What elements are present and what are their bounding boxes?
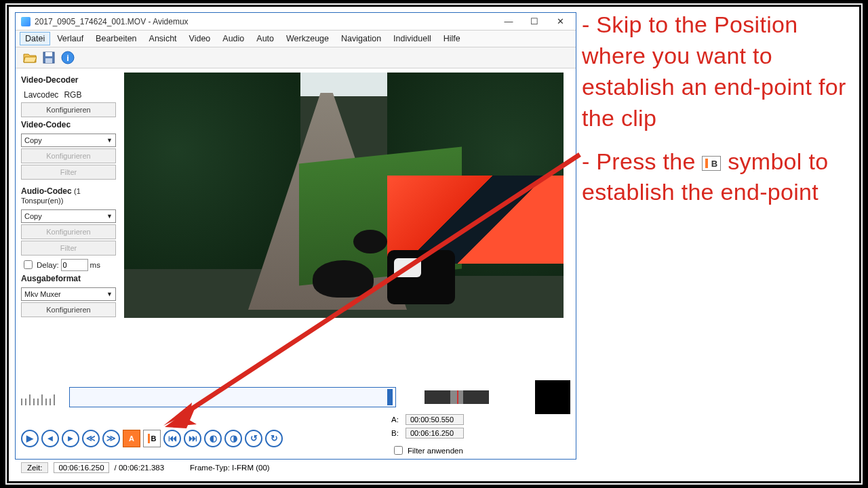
app-icon — [21, 17, 31, 26]
audio-filter-button[interactable]: Filter — [21, 241, 116, 256]
video-preview — [124, 68, 576, 426]
menu-werkzeuge[interactable]: Werkzeuge — [281, 32, 334, 45]
marker-a-time: 00:00:50.550 — [406, 414, 464, 425]
sidebar: Video-Decoder Lavcodec RGB Konfigurieren… — [16, 68, 124, 426]
delay-label: Delay: — [37, 261, 59, 269]
apply-filter-checkbox[interactable] — [394, 446, 403, 455]
thumbnail-preview — [535, 380, 570, 414]
svg-text:i: i — [66, 53, 69, 63]
timeline[interactable] — [69, 387, 396, 407]
forward-button[interactable]: ≫ — [102, 430, 120, 447]
video-configure-button[interactable]: Konfigurieren — [21, 148, 116, 163]
title-bar: 2017_0905_174624_001.MOV - Avidemux — ☐ … — [16, 13, 576, 30]
prev-button[interactable]: ◄ — [41, 430, 59, 447]
preview-frame — [124, 73, 564, 318]
delay-input[interactable] — [61, 259, 88, 271]
goto-end-button[interactable]: ↻ — [265, 430, 283, 447]
annotation-line-1: - Skip to the Position where you want to… — [582, 9, 853, 134]
prev-keyframe-button[interactable]: ⏮ — [163, 430, 181, 447]
app-window: 2017_0905_174624_001.MOV - Avidemux — ☐ … — [15, 12, 576, 460]
open-icon[interactable] — [22, 50, 37, 65]
audio-meter — [425, 390, 490, 404]
decoder-color: RGB — [64, 90, 81, 100]
decoder-codec: Lavcodec — [24, 90, 58, 100]
audio-codec-heading: Audio-Codec (1 Tonspur(en)) — [21, 186, 119, 205]
rewind-button[interactable]: ≪ — [82, 430, 100, 447]
decoder-configure-button[interactable]: Konfigurieren — [21, 102, 116, 117]
minimize-button[interactable]: — — [496, 14, 521, 30]
menu-individuell[interactable]: Individuell — [388, 32, 437, 45]
toolbar: i — [16, 47, 576, 68]
save-icon[interactable] — [41, 50, 56, 65]
apply-filter-label: Filter anwenden — [408, 447, 463, 455]
set-marker-a-button[interactable]: A — [123, 430, 140, 447]
menu-video[interactable]: Video — [184, 32, 216, 45]
next-black-button[interactable]: ◑ — [224, 430, 242, 447]
annotation-text: - Skip to the Position where you want to… — [582, 9, 853, 220]
prev-black-button[interactable]: ◐ — [204, 430, 222, 447]
video-codec-heading: Video-Codec — [21, 120, 119, 129]
output-format-heading: Ausgabeformat — [21, 274, 119, 283]
delay-checkbox[interactable] — [24, 260, 33, 269]
output-format-select[interactable]: Mkv Muxer▼ — [21, 287, 116, 301]
audio-configure-button[interactable]: Konfigurieren — [21, 224, 116, 239]
menu-verlauf[interactable]: Verlauf — [52, 32, 89, 45]
set-marker-b-button[interactable]: B — [143, 430, 161, 447]
window-title: 2017_0905_174624_001.MOV - Avidemux — [35, 17, 189, 26]
maximize-button[interactable]: ☐ — [521, 14, 547, 30]
audio-codec-select[interactable]: Copy▼ — [21, 209, 116, 223]
close-button[interactable]: ✕ — [547, 14, 573, 30]
output-configure-button[interactable]: Konfigurieren — [21, 302, 116, 317]
video-codec-select[interactable]: Copy▼ — [21, 134, 116, 147]
playhead-marker[interactable] — [387, 389, 393, 405]
menu-hilfe[interactable]: Hilfe — [438, 32, 466, 45]
menu-ansicht[interactable]: Ansicht — [144, 32, 182, 45]
marker-b-time: 00:06:16.250 — [406, 428, 464, 439]
zeit-label: Zeit: — [21, 462, 48, 473]
svg-rect-2 — [45, 58, 52, 63]
total-time: / 00:06:21.383 — [115, 464, 165, 472]
video-filter-button[interactable]: Filter — [21, 165, 116, 180]
marker-a-label: A: — [391, 415, 399, 424]
next-button[interactable]: ► — [62, 430, 79, 447]
marker-b-label: B: — [391, 429, 399, 437]
frame-type: Frame-Typ: I-FRM (00) — [190, 464, 270, 472]
menu-datei[interactable]: Datei — [20, 32, 50, 45]
menu-auto[interactable]: Auto — [251, 32, 279, 45]
timeline-ruler-left — [21, 389, 61, 405]
menu-navigation[interactable]: Navigation — [336, 32, 387, 45]
video-decoder-heading: Video-Decoder — [21, 75, 119, 85]
marker-b-icon: B — [702, 156, 721, 171]
goto-start-button[interactable]: ↺ — [245, 430, 262, 447]
next-keyframe-button[interactable]: ⏭ — [184, 430, 201, 447]
info-icon[interactable]: i — [60, 50, 75, 65]
svg-rect-1 — [45, 52, 52, 56]
delay-unit: ms — [90, 261, 100, 269]
annotation-line-2: - Press the B symbol to establish the en… — [582, 146, 853, 209]
menu-bearbeiten[interactable]: Bearbeiten — [90, 32, 142, 45]
menu-bar: Datei Verlauf Bearbeiten Ansicht Video A… — [16, 30, 576, 47]
current-time[interactable]: 00:06:16.250 — [54, 462, 108, 473]
menu-audio[interactable]: Audio — [217, 32, 250, 45]
play-button[interactable]: ▶ — [21, 430, 39, 447]
